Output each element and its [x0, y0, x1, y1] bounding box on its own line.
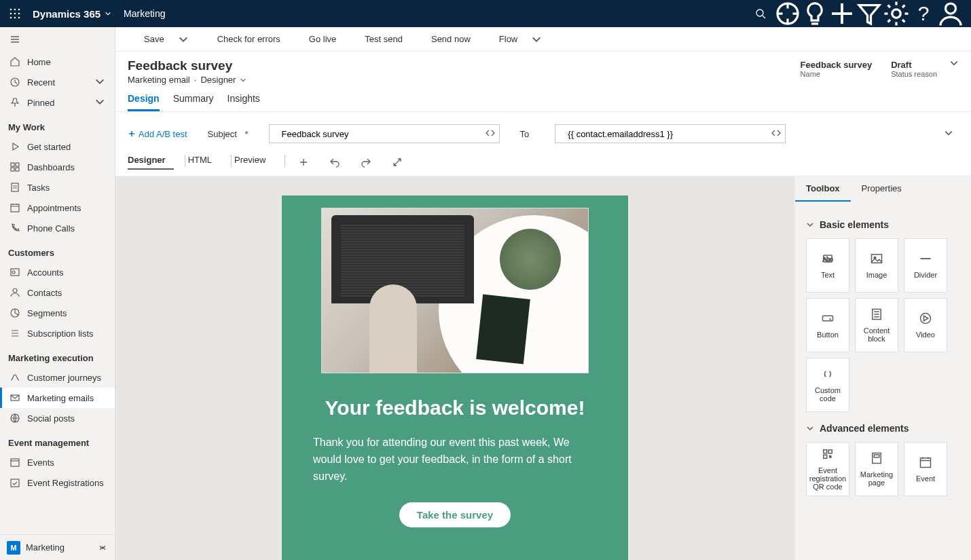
sidebar-item-pinned[interactable]: Pinned — [0, 92, 115, 113]
sidebar-item-customer journeys[interactable]: Customer journeys — [0, 367, 115, 388]
tile-label: Text — [821, 271, 835, 279]
social-icon — [10, 413, 20, 424]
tile-marketing page[interactable]: Marketing page — [855, 442, 898, 496]
svg-point-15 — [946, 3, 956, 14]
add-ab-label: Add A/B test — [139, 129, 187, 139]
brand-link[interactable]: Dynamics 365 — [33, 8, 111, 20]
target-icon[interactable] — [774, 0, 801, 27]
tile-content block[interactable]: Content block — [855, 298, 898, 352]
subtab-preview[interactable]: Preview — [234, 155, 274, 170]
sidebar-item-accounts[interactable]: Accounts — [0, 262, 115, 282]
svg-point-36 — [295, 34, 304, 42]
tile-text[interactable]: Abc Text — [806, 238, 849, 293]
designer-subtab-row: DesignerHTMLPreview — [115, 150, 971, 176]
add-element[interactable] — [288, 153, 319, 172]
sidebar-item-phone calls[interactable]: Phone Calls — [0, 218, 115, 238]
command-bar: Save Check for errors Go live Test send … — [115, 27, 971, 52]
svg-rect-49 — [830, 456, 832, 458]
sidebar-item-recent[interactable]: Recent — [0, 72, 115, 92]
area-switcher[interactable]: M Marketing — [0, 534, 115, 560]
sidebar-item-marketing emails[interactable]: Marketing emails — [0, 388, 115, 408]
email-headline[interactable]: Your feedback is welcome! — [302, 396, 608, 419]
sidebar-item-dashboards[interactable]: Dashboards — [0, 157, 115, 177]
golive-button[interactable]: Go live — [289, 29, 342, 50]
sidebar-item-events[interactable]: Events — [0, 452, 115, 472]
svg-point-4 — [14, 13, 16, 15]
entity-link[interactable]: Marketing email — [128, 75, 190, 85]
sidebar-item-subscription lists[interactable]: Subscription lists — [0, 323, 115, 343]
svg-rect-19 — [16, 163, 19, 166]
sidebar-item-segments[interactable]: Segments — [0, 303, 115, 323]
chevron-down-icon — [94, 76, 105, 89]
view-link[interactable]: Designer — [200, 75, 236, 85]
flow-dropdown[interactable] — [526, 29, 547, 50]
section-basic-elements[interactable]: Basic elements — [806, 219, 960, 230]
help-icon[interactable]: ? — [910, 0, 937, 27]
gear-icon[interactable] — [883, 0, 910, 27]
lightbulb-icon[interactable] — [801, 0, 828, 27]
save-dropdown[interactable] — [172, 29, 194, 50]
email-cta-button[interactable]: Take the survey — [399, 502, 511, 527]
sidebar-item-label: Get started — [27, 142, 71, 152]
email-canvas[interactable]: Your feedback is welcome! Thank you for … — [282, 195, 628, 560]
sidebar-item-get started[interactable]: Get started — [0, 136, 115, 157]
flow-button[interactable]: Flow — [479, 29, 523, 50]
tile-button[interactable]: Button — [806, 298, 849, 352]
sidebar-item-label: Home — [27, 57, 51, 67]
sidebar-toggle[interactable] — [0, 27, 115, 52]
svg-point-1 — [14, 9, 16, 11]
testsend-button[interactable]: Test send — [344, 29, 408, 50]
email-canvas-area[interactable]: Your feedback is welcome! Thank you for … — [115, 176, 794, 560]
button-icon — [821, 312, 835, 326]
tile-video[interactable]: Video — [904, 298, 947, 352]
email-hero-image[interactable] — [321, 208, 589, 373]
tile-image[interactable]: Image — [855, 238, 898, 293]
fields-expand[interactable] — [944, 128, 953, 140]
toolbox-tab-toolbox[interactable]: Toolbox — [795, 176, 851, 202]
sidebar-item-contacts[interactable]: Contacts — [0, 282, 115, 303]
save-button[interactable]: Save — [124, 29, 170, 50]
sidebar-item-appointments[interactable]: Appointments — [0, 198, 115, 218]
filter-icon[interactable] — [856, 0, 883, 27]
search-icon[interactable] — [747, 0, 774, 27]
tab-design[interactable]: Design — [128, 93, 160, 111]
meta-value: Feedback survey — [801, 60, 873, 70]
tile-event[interactable]: Event — [904, 442, 947, 496]
subject-input[interactable] — [269, 124, 500, 143]
tile-event registration qr code[interactable]: Event registration QR code — [806, 442, 849, 496]
toolbox-tab-properties[interactable]: Properties — [851, 176, 913, 202]
user-icon[interactable] — [937, 0, 964, 27]
tile-divider[interactable]: Divider — [904, 238, 947, 293]
chevron-down-icon[interactable] — [240, 77, 246, 83]
tab-insights[interactable]: Insights — [227, 93, 260, 111]
to-input[interactable] — [555, 124, 786, 143]
redo-button[interactable] — [350, 153, 382, 172]
app-launcher-icon[interactable] — [7, 5, 23, 22]
sendnow-button[interactable]: Send now — [411, 29, 476, 50]
section-advanced-elements[interactable]: Advanced elements — [806, 423, 960, 434]
plus-icon[interactable] — [828, 0, 856, 27]
code-icon[interactable] — [771, 128, 782, 141]
email-body[interactable]: Thank you for attending our event this p… — [313, 434, 597, 485]
undo-button[interactable] — [319, 153, 350, 172]
sidebar-item-label: Marketing emails — [27, 393, 94, 403]
svg-rect-22 — [12, 183, 18, 191]
sidebar-item-tasks[interactable]: Tasks — [0, 177, 115, 198]
sidebar-item-home[interactable]: Home — [0, 52, 115, 72]
subtab-html[interactable]: HTML — [188, 155, 220, 170]
sidebar-item-social posts[interactable]: Social posts — [0, 408, 115, 428]
account-icon — [10, 267, 20, 278]
fullscreen-button[interactable] — [382, 153, 413, 172]
sidebar-item-label: Accounts — [27, 267, 63, 278]
sidebar-item-event registrations[interactable]: Event Registrations — [0, 472, 115, 493]
add-ab-test[interactable]: Add A/B test — [128, 129, 187, 139]
tile-custom code[interactable]: Custom code — [806, 358, 849, 412]
check-button[interactable]: Check for errors — [197, 29, 286, 50]
tab-summary[interactable]: Summary — [173, 93, 214, 111]
header-expand[interactable] — [949, 58, 959, 70]
journey-icon — [10, 372, 20, 383]
code-icon[interactable] — [485, 128, 496, 141]
record-header: Feedback survey Marketing email · Design… — [115, 52, 971, 85]
subtab-designer[interactable]: Designer — [128, 155, 174, 170]
svg-rect-30 — [11, 459, 19, 466]
